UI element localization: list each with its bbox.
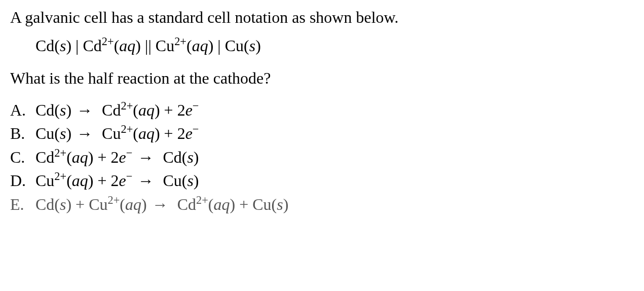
eq-part: (	[66, 171, 72, 190]
eq-part: ) + 2	[155, 124, 185, 142]
eq-part: ) + 2	[88, 148, 119, 166]
eq-part: (	[133, 124, 138, 142]
option-e-equation: Cd(s) + Cu2+(aq)→ Cd2+(aq) + Cu(s)	[35, 193, 288, 216]
option-label-c: C.	[10, 146, 35, 169]
state-aq: aq	[125, 195, 141, 213]
state-aq: aq	[213, 195, 230, 213]
eq-part: )	[194, 148, 199, 166]
charge: 2+	[102, 35, 114, 48]
option-label-a: A.	[10, 98, 35, 122]
eq-part: Cd(	[35, 101, 60, 119]
option-d: D. Cu2+(aq) + 2e−→ Cu(s)	[10, 169, 634, 192]
electron-charge: −	[126, 170, 133, 183]
eq-part: ) + 2	[155, 101, 185, 119]
eq-part: Cu(	[35, 124, 60, 142]
arrow-icon: →	[132, 169, 159, 192]
eq-part: Cu(	[159, 171, 187, 190]
eq-part: Cd	[98, 101, 121, 119]
eq-part: (	[133, 101, 138, 119]
state-aq: aq	[138, 101, 155, 119]
option-a: A. Cd(s)→ Cd2+(aq) + 2e−	[10, 98, 634, 122]
notation-part: Cd(	[35, 37, 60, 55]
electron: e	[185, 101, 193, 119]
charge: 2+	[54, 170, 66, 183]
option-b: B. Cu(s)→ Cu2+(aq) + 2e−	[10, 122, 634, 145]
eq-part: ) + Cu(	[230, 195, 277, 213]
notation-part: (	[114, 37, 120, 55]
option-a-equation: Cd(s)→ Cd2+(aq) + 2e−	[35, 98, 199, 122]
arrow-icon: →	[71, 98, 98, 122]
state-s: s	[60, 195, 66, 213]
notation-part: ) | Cd	[66, 37, 101, 55]
arrow-icon: →	[147, 193, 173, 216]
answer-options: A. Cd(s)→ Cd2+(aq) + 2e− B. Cu(s)→ Cu2+(…	[10, 98, 634, 216]
eq-part: Cd(	[35, 195, 60, 213]
charge: 2+	[174, 35, 186, 48]
arrow-icon: →	[132, 146, 159, 169]
state-s: s	[187, 171, 193, 190]
charge: 2+	[54, 147, 66, 159]
option-d-equation: Cu2+(aq) + 2e−→ Cu(s)	[35, 169, 199, 192]
charge: 2+	[121, 123, 133, 136]
arrow-icon: →	[71, 122, 98, 145]
intro-text: A galvanic cell has a standard cell nota…	[10, 5, 634, 29]
eq-part: Cu	[98, 124, 121, 142]
electron: e	[119, 148, 126, 166]
eq-part: (	[66, 148, 72, 166]
state-s: s	[60, 101, 66, 119]
eq-part: ) + 2	[88, 171, 119, 190]
state-s: s	[60, 37, 66, 55]
eq-part: )	[194, 171, 199, 190]
electron: e	[185, 124, 193, 142]
eq-part: Cd(	[159, 148, 187, 166]
option-label-b: B.	[10, 122, 35, 145]
state-aq: aq	[138, 124, 155, 142]
option-label-d: D.	[10, 169, 35, 192]
eq-part: )	[66, 124, 71, 142]
electron-charge: −	[193, 99, 199, 112]
option-c: C. Cd2+(aq) + 2e−→ Cd(s)	[10, 146, 634, 169]
state-s: s	[277, 195, 283, 213]
electron-charge: −	[193, 123, 199, 136]
state-s: s	[249, 37, 255, 55]
notation-part: )	[255, 37, 261, 55]
state-aq: aq	[72, 148, 88, 166]
electron-charge: −	[126, 147, 133, 159]
eq-part: )	[283, 195, 289, 213]
charge: 2+	[196, 194, 208, 206]
cell-notation: Cd(s) | Cd2+(aq) || Cu2+(aq) | Cu(s)	[35, 33, 634, 58]
state-s: s	[187, 148, 193, 166]
notation-part: (	[186, 37, 192, 55]
notation-part: ) || Cu	[135, 37, 174, 55]
state-s: s	[60, 124, 66, 142]
option-label-e: E.	[10, 193, 35, 216]
eq-part: )	[141, 195, 147, 213]
eq-part: )	[66, 101, 71, 119]
eq-part: Cd	[35, 148, 54, 166]
option-e: E. Cd(s) + Cu2+(aq)→ Cd2+(aq) + Cu(s)	[10, 193, 634, 216]
state-aq: aq	[192, 37, 208, 55]
electron: e	[119, 171, 126, 190]
charge: 2+	[121, 99, 133, 112]
eq-part: (	[120, 195, 125, 213]
question-text: What is the half reaction at the cathode…	[10, 66, 634, 90]
option-c-equation: Cd2+(aq) + 2e−→ Cd(s)	[35, 146, 199, 169]
eq-part: Cd	[173, 195, 196, 213]
state-aq: aq	[119, 37, 135, 55]
notation-part: ) | Cu(	[208, 37, 249, 55]
charge: 2+	[108, 194, 120, 206]
eq-part: Cu	[35, 171, 54, 190]
eq-part: ) + Cu	[66, 195, 107, 213]
eq-part: (	[208, 195, 214, 213]
option-b-equation: Cu(s)→ Cu2+(aq) + 2e−	[35, 122, 199, 145]
state-aq: aq	[72, 171, 88, 190]
